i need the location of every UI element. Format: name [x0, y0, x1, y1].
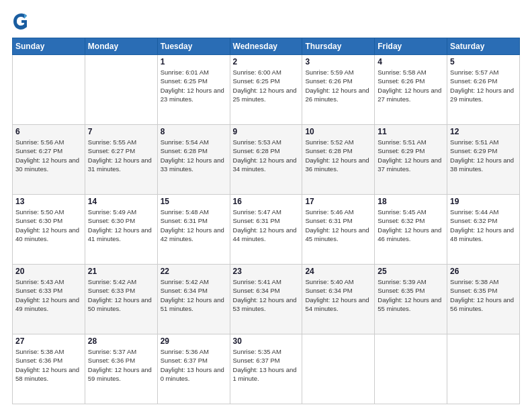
calendar-cell: 29Sunrise: 5:36 AMSunset: 6:37 PMDayligh… — [157, 334, 230, 404]
day-number: 30 — [233, 336, 300, 346]
day-info: Sunrise: 5:53 AMSunset: 6:28 PMDaylight:… — [233, 138, 300, 173]
calendar-week-row: 13Sunrise: 5:50 AMSunset: 6:30 PMDayligh… — [13, 195, 520, 265]
calendar-cell: 10Sunrise: 5:52 AMSunset: 6:28 PMDayligh… — [302, 125, 375, 195]
calendar-week-row: 27Sunrise: 5:38 AMSunset: 6:36 PMDayligh… — [13, 334, 520, 404]
day-info: Sunrise: 5:35 AMSunset: 6:37 PMDaylight:… — [233, 347, 300, 383]
calendar-week-row: 6Sunrise: 5:56 AMSunset: 6:27 PMDaylight… — [13, 125, 520, 195]
day-number: 20 — [15, 267, 82, 276]
day-number: 19 — [450, 197, 517, 206]
calendar-cell: 8Sunrise: 5:54 AMSunset: 6:28 PMDaylight… — [157, 125, 230, 195]
day-number: 6 — [15, 127, 82, 136]
day-number: 2 — [233, 57, 300, 66]
day-info: Sunrise: 5:51 AMSunset: 6:29 PMDaylight:… — [450, 138, 517, 173]
day-info: Sunrise: 5:59 AMSunset: 6:26 PMDaylight:… — [305, 68, 371, 103]
calendar-cell: 5Sunrise: 5:57 AMSunset: 6:26 PMDaylight… — [447, 55, 520, 125]
day-number: 3 — [305, 57, 371, 66]
calendar-cell: 16Sunrise: 5:47 AMSunset: 6:31 PMDayligh… — [230, 195, 302, 265]
day-number: 5 — [450, 57, 517, 66]
day-info: Sunrise: 5:43 AMSunset: 6:33 PMDaylight:… — [15, 277, 82, 313]
calendar-cell: 13Sunrise: 5:50 AMSunset: 6:30 PMDayligh… — [13, 195, 85, 265]
day-number: 23 — [233, 267, 300, 276]
weekday-header: Tuesday — [157, 38, 230, 55]
calendar-cell: 20Sunrise: 5:43 AMSunset: 6:33 PMDayligh… — [13, 265, 85, 334]
day-info: Sunrise: 5:45 AMSunset: 6:32 PMDaylight:… — [378, 208, 444, 243]
day-info: Sunrise: 5:36 AMSunset: 6:37 PMDaylight:… — [161, 347, 227, 383]
calendar-cell: 1Sunrise: 6:01 AMSunset: 6:25 PMDaylight… — [157, 55, 230, 125]
day-number: 1 — [161, 57, 227, 66]
day-number: 14 — [88, 197, 154, 206]
day-info: Sunrise: 5:46 AMSunset: 6:31 PMDaylight:… — [305, 208, 371, 243]
day-number: 15 — [161, 197, 227, 206]
day-info: Sunrise: 5:48 AMSunset: 6:31 PMDaylight:… — [161, 208, 227, 243]
day-number: 8 — [161, 127, 227, 136]
calendar-cell: 27Sunrise: 5:38 AMSunset: 6:36 PMDayligh… — [13, 334, 85, 404]
calendar-cell: 9Sunrise: 5:53 AMSunset: 6:28 PMDaylight… — [230, 125, 302, 195]
calendar-cell: 21Sunrise: 5:42 AMSunset: 6:33 PMDayligh… — [85, 265, 157, 334]
day-info: Sunrise: 5:57 AMSunset: 6:26 PMDaylight:… — [450, 68, 517, 103]
day-number: 25 — [378, 267, 444, 276]
day-info: Sunrise: 5:47 AMSunset: 6:31 PMDaylight:… — [233, 208, 300, 243]
day-info: Sunrise: 5:39 AMSunset: 6:35 PMDaylight:… — [378, 277, 444, 313]
day-info: Sunrise: 5:37 AMSunset: 6:36 PMDaylight:… — [88, 347, 154, 383]
day-number: 4 — [378, 57, 444, 66]
calendar-cell: 15Sunrise: 5:48 AMSunset: 6:31 PMDayligh… — [157, 195, 230, 265]
day-info: Sunrise: 5:51 AMSunset: 6:29 PMDaylight:… — [378, 138, 444, 173]
day-number: 11 — [378, 127, 444, 136]
day-number: 24 — [305, 267, 371, 276]
day-info: Sunrise: 5:56 AMSunset: 6:27 PMDaylight:… — [15, 138, 82, 173]
logo — [12, 12, 31, 31]
calendar-cell: 30Sunrise: 5:35 AMSunset: 6:37 PMDayligh… — [230, 334, 302, 404]
calendar-cell: 19Sunrise: 5:44 AMSunset: 6:32 PMDayligh… — [447, 195, 520, 265]
day-info: Sunrise: 5:40 AMSunset: 6:34 PMDaylight:… — [305, 277, 371, 313]
calendar-week-row: 20Sunrise: 5:43 AMSunset: 6:33 PMDayligh… — [13, 265, 520, 334]
calendar-cell: 28Sunrise: 5:37 AMSunset: 6:36 PMDayligh… — [85, 334, 157, 404]
calendar-header-row: SundayMondayTuesdayWednesdayThursdayFrid… — [13, 38, 520, 55]
calendar-cell: 7Sunrise: 5:55 AMSunset: 6:27 PMDaylight… — [85, 125, 157, 195]
day-number: 16 — [233, 197, 300, 206]
day-number: 29 — [161, 336, 227, 346]
calendar-cell: 18Sunrise: 5:45 AMSunset: 6:32 PMDayligh… — [375, 195, 447, 265]
day-info: Sunrise: 6:01 AMSunset: 6:25 PMDaylight:… — [161, 68, 227, 103]
day-info: Sunrise: 5:38 AMSunset: 6:36 PMDaylight:… — [15, 347, 82, 383]
day-info: Sunrise: 5:55 AMSunset: 6:27 PMDaylight:… — [88, 138, 154, 173]
day-info: Sunrise: 5:50 AMSunset: 6:30 PMDaylight:… — [15, 208, 82, 243]
day-info: Sunrise: 5:41 AMSunset: 6:34 PMDaylight:… — [233, 277, 300, 313]
calendar-cell: 25Sunrise: 5:39 AMSunset: 6:35 PMDayligh… — [375, 265, 447, 334]
calendar-table: SundayMondayTuesdayWednesdayThursdayFrid… — [12, 38, 520, 404]
calendar-cell: 22Sunrise: 5:42 AMSunset: 6:34 PMDayligh… — [157, 265, 230, 334]
calendar-cell: 6Sunrise: 5:56 AMSunset: 6:27 PMDaylight… — [13, 125, 85, 195]
calendar-cell: 2Sunrise: 6:00 AMSunset: 6:25 PMDaylight… — [230, 55, 302, 125]
weekday-header: Monday — [85, 38, 157, 55]
day-number: 13 — [15, 197, 82, 206]
day-info: Sunrise: 5:49 AMSunset: 6:30 PMDaylight:… — [88, 208, 154, 243]
day-number: 10 — [305, 127, 371, 136]
calendar-cell — [375, 334, 447, 404]
weekday-header: Sunday — [13, 38, 85, 55]
calendar-cell — [302, 334, 375, 404]
day-number: 26 — [450, 267, 517, 276]
calendar-week-row: 1Sunrise: 6:01 AMSunset: 6:25 PMDaylight… — [13, 55, 520, 125]
day-number: 27 — [15, 336, 82, 346]
day-info: Sunrise: 5:58 AMSunset: 6:26 PMDaylight:… — [378, 68, 444, 103]
day-info: Sunrise: 5:42 AMSunset: 6:33 PMDaylight:… — [88, 277, 154, 313]
weekday-header: Thursday — [302, 38, 375, 55]
calendar-cell — [447, 334, 520, 404]
day-number: 17 — [305, 197, 371, 206]
calendar-cell: 17Sunrise: 5:46 AMSunset: 6:31 PMDayligh… — [302, 195, 375, 265]
weekday-header: Friday — [375, 38, 447, 55]
day-info: Sunrise: 6:00 AMSunset: 6:25 PMDaylight:… — [233, 68, 300, 103]
day-info: Sunrise: 5:52 AMSunset: 6:28 PMDaylight:… — [305, 138, 371, 173]
page: SundayMondayTuesdayWednesdayThursdayFrid… — [0, 0, 532, 411]
calendar-cell: 4Sunrise: 5:58 AMSunset: 6:26 PMDaylight… — [375, 55, 447, 125]
calendar-cell: 3Sunrise: 5:59 AMSunset: 6:26 PMDaylight… — [302, 55, 375, 125]
calendar-cell — [85, 55, 157, 125]
calendar-cell: 12Sunrise: 5:51 AMSunset: 6:29 PMDayligh… — [447, 125, 520, 195]
calendar-cell: 26Sunrise: 5:38 AMSunset: 6:35 PMDayligh… — [447, 265, 520, 334]
day-info: Sunrise: 5:42 AMSunset: 6:34 PMDaylight:… — [161, 277, 227, 313]
day-number: 22 — [161, 267, 227, 276]
day-number: 28 — [88, 336, 154, 346]
day-number: 18 — [378, 197, 444, 206]
day-info: Sunrise: 5:38 AMSunset: 6:35 PMDaylight:… — [450, 277, 517, 313]
day-number: 9 — [233, 127, 300, 136]
day-number: 12 — [450, 127, 517, 136]
